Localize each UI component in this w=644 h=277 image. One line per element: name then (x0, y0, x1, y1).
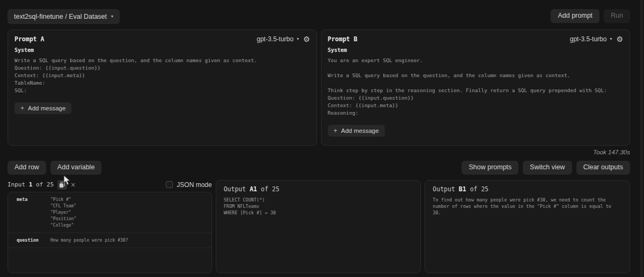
prompt-a-title: Prompt A (14, 35, 44, 43)
output-word: Output (224, 185, 246, 193)
add-message-label: Add message (341, 128, 379, 134)
toolbar-right: Show prompts Switch view Clear outputs (462, 161, 630, 175)
output-word: Output (433, 185, 455, 193)
chevron-down-icon: ▾ (111, 14, 113, 19)
prompt-b-title: Prompt B (328, 35, 357, 43)
show-prompts-button[interactable]: Show prompts (462, 161, 518, 175)
output-b1-header: Output B1 of 25 (425, 181, 630, 196)
input-total: of 25 (36, 181, 54, 188)
prompt-a-model-selector[interactable]: gpt-3.5-turbo ▾ (257, 35, 299, 43)
prompt-a-system-text[interactable]: Write a SQL query based on the question,… (14, 57, 310, 94)
gear-icon[interactable]: ⚙ (616, 35, 623, 43)
input-word: Input (8, 181, 25, 188)
delete-input-icon[interactable]: × (70, 182, 76, 188)
input-row-key: question (8, 237, 42, 244)
prompt-b-model-selector[interactable]: gpt-3.5-turbo ▾ (570, 35, 612, 43)
prompt-b-role-label: System (328, 47, 624, 53)
toolbar-left: Add row Add variable (8, 161, 101, 175)
input-header: Input 1 of 25 × JSON mode (8, 180, 212, 189)
input-index: 1 (29, 181, 33, 188)
json-mode-label: JSON mode (177, 181, 211, 189)
output-id: B1 (459, 185, 466, 193)
input-column: Input 1 of 25 × JSON mode meta "Pick #" … (8, 180, 212, 273)
input-table-panel: meta "Pick #" "CFL Team" "Player" "Posit… (8, 192, 212, 273)
prompt-b-body: System You are an expert SQL engineer. W… (321, 46, 630, 142)
input-pager-label: Input 1 of 25 (8, 181, 54, 188)
input-row-key: meta (8, 197, 42, 229)
run-button[interactable]: Run (604, 9, 630, 23)
json-mode-toggle[interactable]: JSON mode (166, 181, 211, 189)
prompt-b-add-message-button[interactable]: + Add message (328, 125, 385, 137)
output-a1-panel: Output A1 of 25 SELECT COUNT(*) FROM NFL… (216, 180, 421, 273)
output-a1-content: SELECT COUNT(*) FROM NFLTeams WHERE [Pic… (216, 196, 421, 217)
topbar-actions: Add prompt Run (551, 9, 630, 23)
gear-icon[interactable]: ⚙ (303, 35, 310, 43)
prompt-b-model-label: gpt-3.5-turbo (570, 35, 607, 43)
prompt-b-header: Prompt B gpt-3.5-turbo ▾ ⚙ (321, 30, 630, 46)
add-variable-button[interactable]: Add variable (50, 161, 102, 175)
prompt-a-model-label: gpt-3.5-turbo (257, 35, 294, 43)
output-b1-panel: Output B1 of 25 To find out how many peo… (425, 180, 630, 273)
prompt-a-header: Prompt A gpt-3.5-turbo ▾ ⚙ (8, 30, 317, 46)
switch-view-button[interactable]: Switch view (523, 161, 572, 175)
output-total: of 25 (261, 185, 280, 193)
output-total: of 25 (470, 185, 489, 193)
add-row-button[interactable]: Add row (8, 161, 46, 175)
plus-icon: + (20, 105, 24, 111)
output-b1-content: To find out how many people were pick #3… (425, 196, 630, 217)
add-prompt-button[interactable]: Add prompt (551, 9, 599, 23)
copy-input-button[interactable] (57, 180, 67, 190)
copy-icon (59, 182, 65, 188)
prompt-b-panel: Prompt B gpt-3.5-turbo ▾ ⚙ System You ar… (321, 29, 631, 146)
input-row-value[interactable]: "Pick #" "CFL Team" "Player" "Position" … (42, 197, 211, 229)
chevron-down-icon: ▾ (297, 37, 299, 41)
prompt-a-role-label: System (14, 47, 310, 53)
clear-outputs-button[interactable]: Clear outputs (576, 161, 630, 175)
prompt-a-panel: Prompt A gpt-3.5-turbo ▾ ⚙ System Write … (8, 29, 317, 146)
table-row: question How many people were pick #30? (8, 233, 211, 248)
prompt-b-system-text[interactable]: You are an expert SQL engineer. Write a … (328, 57, 624, 117)
scrollbar[interactable] (640, 0, 643, 277)
prompt-a-add-message-button[interactable]: + Add message (14, 102, 71, 114)
topbar: text2sql-finetune / Eval Dataset ▾ Add p… (0, 0, 644, 24)
chevron-down-icon: ▾ (610, 37, 612, 41)
input-row-value[interactable]: How many people were pick #30? (42, 237, 211, 244)
toolbar: Add row Add variable Show prompts Switch… (8, 161, 630, 175)
dataset-selector-label: text2sql-finetune / Eval Dataset (14, 13, 107, 20)
table-row: meta "Pick #" "CFL Team" "Player" "Posit… (8, 192, 211, 233)
results-row: Input 1 of 25 × JSON mode meta "Pick #" … (8, 180, 630, 273)
run-duration: Took 147.30s (8, 149, 630, 156)
plus-icon: + (334, 128, 338, 134)
output-id: A1 (250, 185, 257, 193)
add-message-label: Add message (28, 105, 65, 111)
prompt-a-body: System Write a SQL query based on the qu… (8, 46, 317, 119)
json-mode-checkbox[interactable] (166, 181, 173, 188)
output-a1-header: Output A1 of 25 (216, 181, 421, 196)
prompts-row: Prompt A gpt-3.5-turbo ▾ ⚙ System Write … (8, 29, 630, 146)
dataset-selector[interactable]: text2sql-finetune / Eval Dataset ▾ (8, 9, 120, 24)
